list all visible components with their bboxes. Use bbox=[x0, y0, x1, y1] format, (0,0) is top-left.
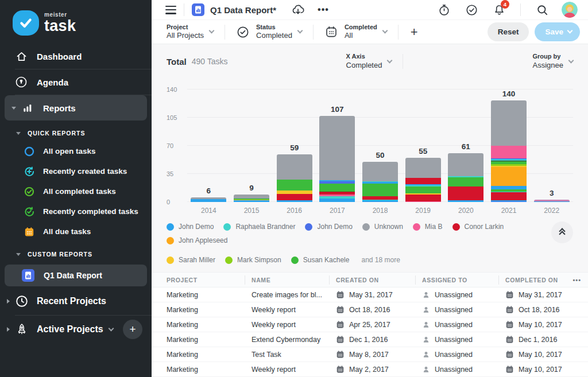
column-header-created-on[interactable]: CREATED ON bbox=[336, 277, 422, 283]
bar-2015[interactable]: 92015 bbox=[230, 90, 273, 202]
caret-down-icon[interactable] bbox=[16, 253, 21, 256]
filter-status[interactable]: Status Completed bbox=[236, 24, 302, 41]
cell-name[interactable]: Weekly report bbox=[252, 366, 336, 374]
save-button[interactable]: Save bbox=[535, 22, 580, 41]
table-more-options-icon[interactable]: ••• bbox=[567, 277, 581, 283]
sidebar-item-all-due-tasks[interactable]: All due tasks bbox=[0, 221, 152, 242]
section-custom-reports[interactable]: CUSTOM REPORTS bbox=[0, 242, 152, 262]
legend-item[interactable]: Conor Larkin bbox=[452, 223, 504, 231]
section-quick-reports[interactable]: QUICK REPORTS bbox=[0, 121, 152, 141]
legend-item[interactable]: John Demo bbox=[167, 223, 214, 231]
legend-label: Mark Simpson bbox=[237, 256, 281, 264]
legend-item[interactable]: Mark Simpson bbox=[225, 256, 281, 264]
sidebar-item-all-open-tasks[interactable]: All open tasks bbox=[0, 141, 152, 161]
caret-down-icon[interactable] bbox=[11, 107, 16, 110]
legend-label: Sarah Miller bbox=[179, 256, 215, 264]
sidebar-item-all-completed-tasks[interactable]: All completed tasks bbox=[0, 181, 152, 201]
y-axis-tick: 0 bbox=[167, 199, 170, 205]
column-header-project[interactable]: PROJECT bbox=[167, 277, 252, 283]
bar-2020[interactable]: 612020 bbox=[444, 90, 488, 202]
table-row[interactable]: MarketingWeekly reportMay 2, 2017Unassig… bbox=[152, 362, 588, 377]
bell-icon[interactable]: 4 bbox=[492, 3, 506, 17]
timer-icon[interactable] bbox=[437, 3, 451, 17]
calendar-icon bbox=[24, 227, 34, 237]
bar-2017[interactable]: 1072017 bbox=[316, 90, 359, 202]
bar-stack[interactable] bbox=[362, 162, 398, 202]
chevron-down-icon[interactable] bbox=[108, 325, 114, 331]
cell-created-on: May 2, 2017 bbox=[336, 365, 422, 374]
table-row[interactable]: MarketingExtend CybermondayDec 1, 2016Un… bbox=[152, 332, 588, 347]
sidebar-item-reports[interactable]: Reports bbox=[5, 95, 147, 121]
table-row[interactable]: MarketingWeekly reportOct 18, 2016Unassi… bbox=[152, 302, 588, 317]
legend-swatch bbox=[167, 237, 174, 244]
x-axis-selector[interactable]: X Axis Completed bbox=[346, 53, 392, 70]
bar-stack[interactable] bbox=[234, 195, 269, 202]
caret-right-icon[interactable] bbox=[7, 299, 10, 304]
bar-2014[interactable]: 62014 bbox=[187, 90, 230, 202]
legend-item[interactable]: Sarah Miller bbox=[167, 256, 215, 264]
cell-name[interactable]: Test Task bbox=[252, 351, 336, 359]
menu-icon[interactable] bbox=[165, 6, 176, 14]
sidebar-item-q1-data-report[interactable]: Q1 Data Report bbox=[5, 265, 147, 286]
bar-segment bbox=[448, 200, 483, 202]
bar-2022[interactable]: 32022 bbox=[530, 90, 573, 202]
sidebar-item-recently-created-tasks[interactable]: Recently created tasks bbox=[0, 161, 152, 181]
reset-button[interactable]: Reset bbox=[488, 22, 529, 41]
table-row[interactable]: MarketingCreate images for bl...May 31, … bbox=[152, 287, 588, 302]
legend-item[interactable]: John Demo bbox=[305, 223, 352, 231]
pin-icon bbox=[15, 76, 28, 88]
filter-project[interactable]: Project All Projects bbox=[167, 24, 214, 41]
bar-2016[interactable]: 592016 bbox=[273, 90, 316, 202]
more-options-icon[interactable]: ••• bbox=[318, 5, 329, 15]
bar-stack[interactable] bbox=[491, 100, 527, 202]
add-filter-button[interactable]: + bbox=[411, 25, 418, 40]
bar-2019[interactable]: 552019 bbox=[401, 90, 444, 202]
add-project-button[interactable]: + bbox=[123, 320, 142, 339]
bar-stack[interactable] bbox=[319, 116, 355, 202]
sidebar-item-dashboard[interactable]: Dashboard bbox=[0, 44, 152, 69]
legend-item[interactable]: John Appleseed bbox=[167, 236, 227, 244]
legend-item[interactable]: Unknown bbox=[362, 223, 403, 231]
bar-stack[interactable] bbox=[534, 200, 570, 202]
cell-name[interactable]: Extend Cybermonday bbox=[252, 336, 336, 344]
bar-stack[interactable] bbox=[191, 197, 226, 202]
sidebar-item-recently-completed-tasks[interactable]: Recently completed tasks bbox=[0, 201, 152, 221]
bar-stack[interactable] bbox=[448, 153, 483, 202]
search-icon[interactable] bbox=[535, 3, 549, 17]
bar-2021[interactable]: 1402021 bbox=[488, 90, 531, 202]
group-by-selector[interactable]: Group by Assignee bbox=[533, 53, 573, 70]
cloud-download-icon[interactable] bbox=[291, 3, 305, 17]
sidebar-item-active-projects[interactable]: Active Projects + bbox=[0, 316, 152, 343]
legend-item[interactable]: Susan Kachele bbox=[291, 256, 350, 264]
calendar-icon bbox=[505, 320, 514, 329]
brand-task: task bbox=[44, 18, 76, 34]
report-doc-icon bbox=[22, 269, 34, 282]
bar-2018[interactable]: 502018 bbox=[359, 90, 402, 202]
clock-icon bbox=[14, 294, 29, 309]
legend-item[interactable]: Mia B bbox=[413, 223, 443, 231]
legend-more[interactable]: and 18 more bbox=[361, 256, 400, 264]
app-logo[interactable]: meister task bbox=[0, 0, 152, 44]
cell-name[interactable]: Weekly report bbox=[252, 321, 336, 329]
caret-right-icon[interactable] bbox=[7, 327, 10, 332]
bar-stack[interactable] bbox=[405, 158, 441, 202]
bar-stack[interactable] bbox=[277, 154, 312, 202]
sidebar-item-agenda[interactable]: Agenda bbox=[0, 69, 152, 95]
column-header-name[interactable]: NAME bbox=[252, 277, 336, 283]
collapse-chart-button[interactable] bbox=[551, 221, 573, 243]
divider bbox=[398, 25, 399, 40]
table-row[interactable]: MarketingWeekly reportApr 25, 2017Unassi… bbox=[152, 317, 588, 332]
check-circle-icon[interactable] bbox=[465, 3, 478, 17]
column-header-completed-on[interactable]: COMPLETED ON bbox=[505, 277, 567, 283]
filter-completed[interactable]: Completed All bbox=[324, 24, 387, 41]
cell-name[interactable]: Create images for bl... bbox=[252, 291, 336, 299]
legend-item[interactable]: Raphaela Brandner bbox=[223, 223, 295, 231]
table-row[interactable]: MarketingTest TaskMay 8, 2017UnassignedM… bbox=[152, 347, 588, 362]
report-title[interactable]: Q1 Data Report* bbox=[210, 5, 276, 15]
caret-down-icon[interactable] bbox=[16, 132, 21, 135]
cell-name[interactable]: Weekly report bbox=[252, 306, 336, 314]
avatar[interactable] bbox=[562, 2, 578, 18]
sidebar-item-recent-projects[interactable]: Recent Projects bbox=[0, 287, 152, 315]
bar-segment bbox=[491, 100, 527, 146]
column-header-assigned-to[interactable]: ASSIGNED TO bbox=[422, 277, 505, 283]
